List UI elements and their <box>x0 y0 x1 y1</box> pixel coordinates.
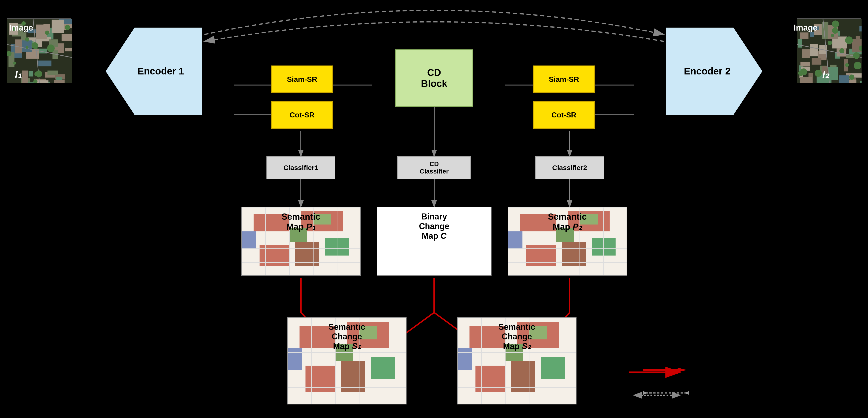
cd-classifier-box: CD Classifier <box>397 156 471 179</box>
encoder1-label: Encoder 1 <box>137 66 184 77</box>
cot-sr1-box: Cot-SR <box>271 101 333 129</box>
image1-subscript: I₁ <box>15 69 22 80</box>
cd-block-box: CD Block <box>395 50 473 107</box>
semantic-change-map-s2-box: Semantic Change Map S₂ <box>457 317 577 405</box>
classifier2-box: Classifier2 <box>535 156 604 179</box>
binary-change-map-box: Binary Change Map C <box>377 207 492 276</box>
svg-marker-22 <box>684 391 689 395</box>
encoder2-label: Encoder 2 <box>684 66 731 77</box>
siam-sr2-box: Siam-SR <box>533 65 595 93</box>
semantic-change-map-s2-label: Semantic <box>498 322 535 332</box>
image2-label: Image <box>794 23 817 33</box>
binary-change-map-label: Binary <box>421 212 447 221</box>
semantic-map-p2-box: Semantic Map P₂ <box>507 207 627 276</box>
semantic-change-map-s1-label: Semantic <box>329 322 365 332</box>
semantic-map-p1-label: Semantic <box>282 212 320 221</box>
svg-marker-21 <box>643 391 648 395</box>
diagram-container: Image I₁ Image I₂ Encoder 1 Encoder 2 Si… <box>0 0 868 418</box>
cot-sr2-box: Cot-SR <box>533 101 595 129</box>
encoder2-box: Encoder 2 <box>666 28 762 115</box>
semantic-map-p2-label: Semantic <box>548 212 587 221</box>
image2-subscript: I₂ <box>822 69 829 80</box>
legend-gray-arrow <box>643 388 689 397</box>
image1-label: Image <box>9 23 33 33</box>
classifier1-box: Classifier1 <box>267 156 335 179</box>
siam-sr1-box: Siam-SR <box>271 65 333 93</box>
semantic-map-p1-box: Semantic Map P₁ <box>241 207 361 276</box>
semantic-change-map-s1-box: Semantic Change Map S₁ <box>287 317 407 405</box>
legend-red-arrow <box>643 365 689 375</box>
svg-marker-19 <box>678 368 687 372</box>
encoder1-box: Encoder 1 <box>106 28 202 115</box>
